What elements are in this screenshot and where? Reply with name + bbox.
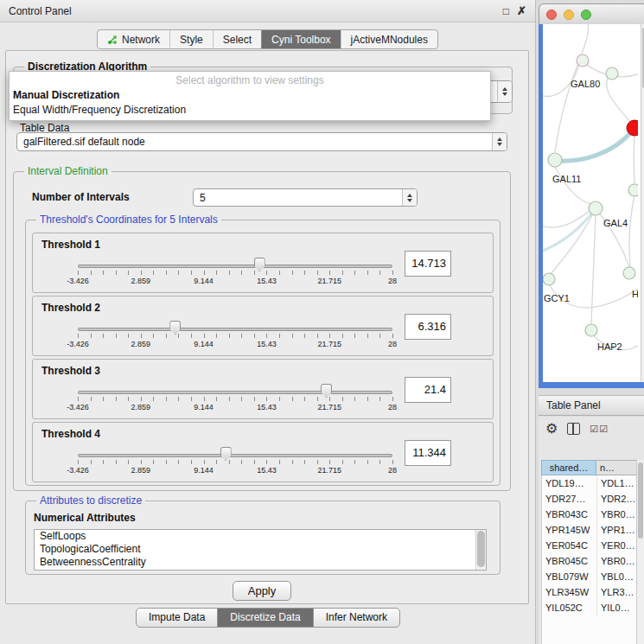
- cell[interactable]: YPR145W: [542, 522, 597, 538]
- cell[interactable]: YBR045C: [542, 553, 597, 569]
- threshold-3-label: Threshold 3: [41, 365, 100, 377]
- node-label-gcy1: GCY1: [544, 293, 570, 303]
- list-item-topologicalcoefficient[interactable]: TopologicalCoefficient: [35, 543, 486, 556]
- columns-icon[interactable]: [567, 423, 580, 435]
- cell[interactable]: YBR0…: [597, 507, 638, 522]
- tab-infer-network[interactable]: Infer Network: [313, 608, 400, 628]
- threshold-4-value-field[interactable]: 11.344: [405, 440, 451, 466]
- cell[interactable]: YER054C: [542, 538, 597, 553]
- highlighted-edge[interactable]: [558, 132, 631, 161]
- tab-network[interactable]: Network: [98, 30, 169, 48]
- list-item-betweennesscentrality[interactable]: BetweennessCentrality: [35, 556, 486, 569]
- threshold-2-label: Threshold 2: [41, 302, 100, 314]
- cell[interactable]: YBL079W: [542, 569, 597, 584]
- tab-select[interactable]: Select: [213, 30, 261, 48]
- node[interactable]: [623, 267, 635, 279]
- column-header-shared-name[interactable]: shared…: [541, 460, 596, 475]
- node-gal11[interactable]: [548, 153, 562, 167]
- table-row[interactable]: YBR043CYBR0…: [542, 507, 638, 522]
- option-equal-width-frequency-discretization[interactable]: Equal Width/Frequency Discretization: [10, 103, 490, 118]
- tab-style[interactable]: Style: [169, 30, 213, 48]
- table-row[interactable]: YER054CYER0…: [542, 538, 638, 553]
- scrollbar-thumb[interactable]: [477, 531, 485, 567]
- node[interactable]: [628, 184, 638, 196]
- threshold-2-value-field[interactable]: 6.316: [405, 314, 451, 340]
- selected-red-node[interactable]: [627, 120, 638, 136]
- scale-label: 2.859: [131, 340, 151, 348]
- table-data-combo[interactable]: galFiltered.sif default node: [16, 132, 507, 151]
- table-row[interactable]: YBR045CYBR0…: [542, 553, 638, 569]
- cell[interactable]: YIL0…: [597, 600, 638, 615]
- threshold-1-value-field[interactable]: 14.713: [405, 251, 451, 277]
- column-header-name[interactable]: n…: [596, 460, 638, 475]
- cell[interactable]: YDL1…: [597, 475, 638, 491]
- tab-impute-data[interactable]: Impute Data: [136, 608, 218, 628]
- table-row[interactable]: YPR145WYPR1…: [542, 522, 638, 538]
- node-label-hap2: HAP2: [597, 341, 622, 352]
- network-scrollbar[interactable]: [641, 24, 644, 382]
- node-label-gal80: GAL80: [571, 79, 600, 89]
- cell[interactable]: YIL052C: [542, 600, 597, 615]
- table-row[interactable]: YIL052CYIL0…: [542, 600, 638, 615]
- table-row[interactable]: YLR345WYLR3…: [542, 584, 638, 600]
- scale-label: 9.144: [194, 277, 214, 285]
- node-gcy1[interactable]: [543, 273, 555, 285]
- table-row[interactable]: YBL079WYBL0…: [542, 569, 638, 584]
- threshold-2-slider-thumb[interactable]: [169, 321, 181, 335]
- threshold-3-slider-thumb[interactable]: [321, 384, 332, 398]
- scale-label: 9.144: [194, 403, 214, 411]
- cell[interactable]: YBL0…: [597, 569, 638, 584]
- table-panel-title: Table Panel: [546, 399, 601, 411]
- float-panel-icon[interactable]: □: [503, 5, 509, 17]
- close-window-icon[interactable]: [546, 10, 557, 20]
- threshold-4-slider-ticks: [78, 460, 393, 464]
- tab-cyni-toolbox[interactable]: Cyni Toolbox: [261, 30, 340, 48]
- apply-button[interactable]: Apply: [233, 581, 291, 601]
- table-scrollbar[interactable]: [636, 460, 644, 644]
- table-row[interactable]: YDL19…YDL1…: [542, 475, 638, 491]
- table-row[interactable]: YDR27…YDR2…: [542, 491, 638, 507]
- list-item-selfloops[interactable]: SelfLoops: [35, 530, 486, 543]
- table-data-stepper-icon[interactable]: [492, 133, 507, 150]
- threshold-2-slider-track[interactable]: [78, 328, 392, 331]
- scrollbar-thumb[interactable]: [638, 462, 643, 539]
- cell[interactable]: YER0…: [597, 538, 638, 553]
- network-icon: [107, 35, 118, 45]
- select-columns-icon[interactable]: ☑☑: [590, 424, 609, 434]
- node-gal80[interactable]: [606, 67, 618, 80]
- tab-jactivemnodules[interactable]: jActiveMNodules: [341, 30, 437, 48]
- threshold-4-slider-track[interactable]: [78, 454, 392, 457]
- scale-label: 15.43: [257, 466, 277, 475]
- network-view-window: GAL80 GAL11 GAL4 GCY1 H HAP2: [539, 3, 644, 388]
- cell[interactable]: YLR3…: [597, 584, 638, 600]
- gear-icon[interactable]: ⚙: [545, 422, 558, 436]
- tab-discretize-data[interactable]: Discretize Data: [217, 608, 313, 628]
- cell[interactable]: YDR2…: [597, 491, 638, 507]
- close-panel-icon[interactable]: ✗: [517, 4, 526, 17]
- node-gal4[interactable]: [589, 201, 603, 215]
- cell[interactable]: YBR0…: [597, 553, 638, 569]
- algorithm-combo-stepper-icon[interactable]: [497, 81, 512, 102]
- minimize-window-icon[interactable]: [564, 10, 574, 20]
- network-window-titlebar[interactable]: [539, 3, 644, 24]
- cell[interactable]: YDL19…: [542, 475, 597, 491]
- network-canvas[interactable]: GAL80 GAL11 GAL4 GCY1 H HAP2: [539, 24, 644, 388]
- option-manual-discretization[interactable]: Manual Discretization: [10, 88, 490, 103]
- threshold-3-value-field[interactable]: 21.4: [405, 377, 451, 403]
- threshold-3-slider-track[interactable]: [78, 391, 392, 394]
- scale-label: 15.43: [257, 277, 277, 285]
- zoom-window-icon[interactable]: [581, 10, 591, 20]
- threshold-1-slider-track[interactable]: [78, 265, 392, 268]
- cell[interactable]: YLR345W: [542, 584, 597, 600]
- attributes-list-scrollbar[interactable]: [475, 530, 486, 570]
- threshold-1-slider-thumb[interactable]: [254, 258, 265, 271]
- node-hap2[interactable]: [585, 324, 597, 336]
- number-of-intervals-stepper-icon[interactable]: [402, 189, 417, 206]
- number-of-intervals-combo[interactable]: 5: [193, 188, 418, 207]
- cell[interactable]: YDR27…: [542, 491, 597, 507]
- cell[interactable]: YBR043C: [542, 507, 597, 522]
- threshold-2-slider-ticks: [78, 334, 393, 338]
- threshold-4-slider-thumb[interactable]: [220, 447, 232, 461]
- cell[interactable]: YPR1…: [597, 522, 638, 538]
- node[interactable]: [577, 54, 589, 67]
